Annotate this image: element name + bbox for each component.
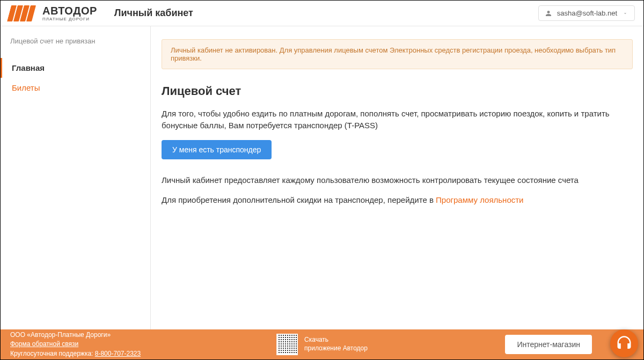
footer-support: Круглосуточная поддержка: 8-800-707-2323 [10, 350, 141, 358]
info-text-2: Для приобретения дополнительной скидки н… [162, 194, 633, 206]
download-line1: Скачать [304, 336, 368, 344]
info-text-2-prefix: Для приобретения дополнительной скидки н… [162, 195, 436, 204]
sidebar: Лицевой счет не привязан Главная Билеты [1, 26, 151, 329]
footer: ООО «Автодор-Платные Дороги» Форма обрат… [1, 329, 643, 359]
brand-text: АВТОДОР ПЛАТНЫЕ ДОРОГИ [42, 5, 97, 21]
brand-subtitle: ПЛАТНЫЕ ДОРОГИ [42, 17, 97, 21]
chevron-down-icon [623, 11, 628, 16]
alert-text: Личный кабинет не активирован. Для управ… [171, 46, 616, 62]
footer-support-label: Круглосуточная поддержка: [10, 350, 95, 357]
shop-button[interactable]: Интернет-магазин [505, 335, 592, 354]
feedback-form-link[interactable]: Форма обратной связи [10, 340, 141, 349]
page-title: Личный кабинет [114, 8, 193, 19]
footer-download[interactable]: Скачать приложение Автодор [276, 334, 368, 355]
footer-company: ООО «Автодор-Платные Дороги» [10, 331, 141, 340]
sidebar-item-tickets[interactable]: Билеты [1, 78, 150, 98]
activation-alert: Личный кабинет не активирован. Для управ… [162, 39, 633, 69]
intro-text: Для того, чтобы удобно ездить по платным… [162, 108, 633, 131]
brand-logo[interactable]: АВТОДОР ПЛАТНЫЕ ДОРОГИ [9, 5, 97, 21]
support-chat-button[interactable] [610, 329, 638, 357]
user-menu-dropdown[interactable]: sasha@soft-lab.net [538, 5, 635, 21]
download-line2: приложение Автодор [304, 344, 368, 353]
footer-left: ООО «Автодор-Платные Дороги» Форма обрат… [10, 331, 141, 358]
logo-stripes-icon [7, 5, 40, 21]
main-content: Личный кабинет не активирован. Для управ… [151, 26, 643, 329]
account-status-text: Лицевой счет не привязан [1, 37, 150, 58]
user-email: sasha@soft-lab.net [557, 9, 617, 17]
support-phone-link[interactable]: 8-800-707-2323 [95, 350, 141, 357]
info-text-1: Личный кабинет предоставляет каждому пол… [162, 174, 633, 186]
footer-download-text: Скачать приложение Автодор [304, 336, 368, 352]
section-title: Лицевой счет [162, 84, 633, 98]
has-transponder-button[interactable]: У меня есть транспондер [162, 140, 272, 159]
loyalty-program-link[interactable]: Программу лояльности [436, 195, 523, 204]
headset-icon [616, 335, 632, 351]
brand-name: АВТОДОР [42, 5, 97, 16]
header: АВТОДОР ПЛАТНЫЕ ДОРОГИ Личный кабинет sa… [1, 1, 643, 26]
sidebar-item-label: Главная [12, 63, 45, 72]
sidebar-item-home[interactable]: Главная [1, 58, 150, 78]
sidebar-item-label: Билеты [12, 83, 40, 92]
user-icon [545, 10, 552, 17]
qr-code-icon [276, 334, 298, 355]
